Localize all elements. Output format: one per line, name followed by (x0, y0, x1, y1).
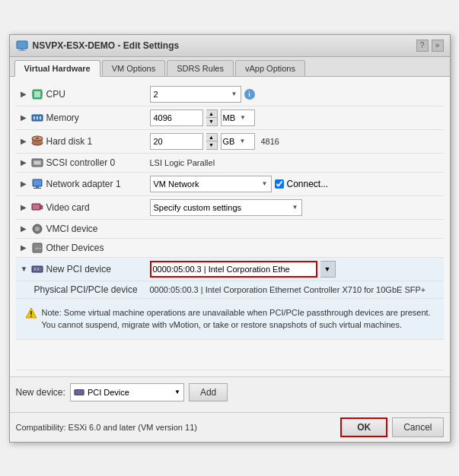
memory-unit-value: MB (223, 113, 236, 122)
cancel-button[interactable]: Cancel (392, 417, 443, 437)
harddisk-spinner[interactable]: ▲ ▼ (206, 133, 218, 150)
scsi-expand[interactable]: ▶ (21, 158, 28, 167)
svg-rect-4 (34, 91, 40, 97)
svg-rect-29 (40, 205, 43, 209)
tab-virtual-hardware[interactable]: Virtual Hardware (14, 60, 100, 77)
newpci-expand[interactable]: ▼ (21, 265, 28, 273)
pci-full-text: 0000:05:00.3 | Intel Corporation Etherne… (150, 285, 426, 294)
harddisk-unit[interactable]: GB ▼ (221, 133, 255, 150)
videocard-value: Specify custom settings (154, 203, 242, 212)
new-pci-row: ▼ New PCI device 0000:05:00.3 | Int (16, 257, 444, 281)
svg-rect-2 (18, 50, 26, 51)
harddisk-expand[interactable]: ▶ (21, 137, 28, 145)
harddisk-up[interactable]: ▲ (206, 134, 217, 141)
svg-point-31 (35, 227, 40, 231)
svg-rect-8 (42, 92, 43, 93)
memory-value: 4096 (154, 113, 172, 122)
memory-expand[interactable]: ▶ (21, 113, 28, 122)
tab-vapp-options[interactable]: vApp Options (235, 60, 305, 76)
network-check-label: Connect... (287, 179, 329, 189)
newpci-label: New PCI device (46, 264, 111, 274)
scsi-label: SCSI controller 0 (46, 157, 116, 168)
other-expand[interactable]: ▶ (21, 243, 28, 252)
harddisk-input[interactable]: 20 (150, 133, 203, 150)
new-device-label: New device: (16, 387, 65, 398)
network-select-arrow: ▼ (262, 180, 268, 187)
pci-device-icon (74, 387, 84, 398)
title-bar: NSVPX-ESX-DEMO - Edit Settings ? » (10, 35, 450, 57)
add-button[interactable]: Add (189, 383, 228, 401)
videocard-expand[interactable]: ▶ (21, 203, 28, 211)
tab-bar: Virtual Hardware VM Options SDRS Rules v… (10, 57, 450, 77)
svg-rect-36 (34, 268, 36, 271)
memory-row: ▶ Memory 4096 (16, 106, 444, 129)
memory-unit-arrow: ▼ (240, 114, 246, 121)
svg-rect-5 (32, 92, 33, 93)
network-select[interactable]: VM Network ▼ (150, 176, 272, 192)
content-area: ▶ CPU (10, 77, 450, 376)
ok-button[interactable]: OK (340, 417, 387, 437)
pci-note-row: Note: Some virtual machine operations ar… (16, 298, 444, 339)
harddisk-down[interactable]: ▼ (206, 141, 217, 149)
disk-icon (31, 135, 43, 148)
svg-rect-25 (36, 186, 39, 188)
pci-device-select[interactable]: 0000:05:00.3 | Intel Corporation Ethe (150, 261, 317, 278)
network-label: Network adapter 1 (46, 179, 121, 189)
pci-device-value: 0000:05:00.3 | Intel Corporation Ethe (153, 265, 290, 274)
svg-rect-24 (33, 180, 41, 186)
videocard-row: ▶ Video card Specify custom settings (16, 195, 444, 219)
network-connect-checkbox[interactable] (275, 179, 284, 189)
svg-rect-22 (34, 161, 40, 164)
memory-down[interactable]: ▼ (206, 118, 217, 125)
pci-device-row-label: Physical PCI/PCIe device (34, 284, 138, 295)
svg-point-19 (36, 138, 39, 139)
svg-rect-14 (40, 116, 41, 119)
vmci-expand[interactable]: ▶ (21, 224, 28, 233)
memory-input[interactable]: 4096 (150, 109, 203, 126)
svg-text:···: ··· (35, 244, 41, 252)
scsi-icon (31, 157, 43, 169)
cpu-expand[interactable]: ▶ (21, 90, 28, 98)
harddisk-badge: 4816 (261, 137, 279, 146)
other-label: Other Devices (46, 243, 104, 253)
settings-table: ▶ CPU (16, 83, 444, 370)
vm-icon (16, 40, 28, 52)
vmci-row: ▶ VMCI device (16, 219, 444, 238)
dialog: NSVPX-ESX-DEMO - Edit Settings ? » Virtu… (9, 34, 451, 443)
cpu-select[interactable]: 2 ▼ (150, 86, 241, 103)
pci-device-detail-row: Physical PCI/PCIe device 0000:05:00.3 | … (16, 281, 444, 298)
network-expand[interactable]: ▶ (21, 179, 28, 188)
cpu-icon (31, 88, 43, 100)
memory-up[interactable]: ▲ (206, 110, 217, 118)
cpu-info-icon[interactable]: i (244, 89, 255, 100)
network-check-group: Connect... (275, 179, 329, 189)
note-text: Note: Some virtual machine operations ar… (42, 306, 435, 332)
new-device-row: New device: PCI Device ▼ Add (16, 383, 444, 401)
dialog-title: NSVPX-ESX-DEMO - Edit Settings (33, 40, 180, 51)
harddisk-unit-arrow: ▼ (239, 138, 245, 144)
vmci-icon (31, 223, 43, 235)
videocard-select[interactable]: Specify custom settings ▼ (150, 199, 302, 216)
network-value: VM Network (154, 179, 199, 189)
scsi-row: ▶ SCSI controller 0 LSI Logic Parallel (16, 153, 444, 172)
footer-bar: Compatibility: ESXi 6.0 and later (VM ve… (10, 412, 450, 442)
svg-rect-37 (37, 268, 39, 271)
videocard-select-arrow: ▼ (292, 204, 298, 211)
bottom-area: New device: PCI Device ▼ Add (10, 376, 450, 412)
help-button[interactable]: ? (416, 40, 429, 52)
new-device-select[interactable]: PCI Device ▼ (70, 383, 184, 401)
network-row: ▶ Network adapter 1 VM Network (16, 172, 444, 195)
svg-rect-0 (17, 41, 27, 49)
tab-sdrs-rules[interactable]: SDRS Rules (167, 60, 234, 76)
warning-icon (25, 307, 37, 319)
svg-rect-10 (42, 95, 43, 96)
svg-rect-1 (21, 49, 24, 50)
tab-vm-options[interactable]: VM Options (102, 60, 165, 76)
cpu-row: ▶ CPU (16, 83, 444, 106)
memory-spinner[interactable]: ▲ ▼ (206, 109, 218, 126)
harddisk-value: 20 (154, 137, 163, 146)
pci-dropdown-btn[interactable]: ▼ (320, 261, 336, 278)
memory-unit[interactable]: MB ▼ (221, 109, 255, 126)
expand-button[interactable]: » (432, 40, 444, 52)
svg-rect-6 (32, 94, 33, 94)
